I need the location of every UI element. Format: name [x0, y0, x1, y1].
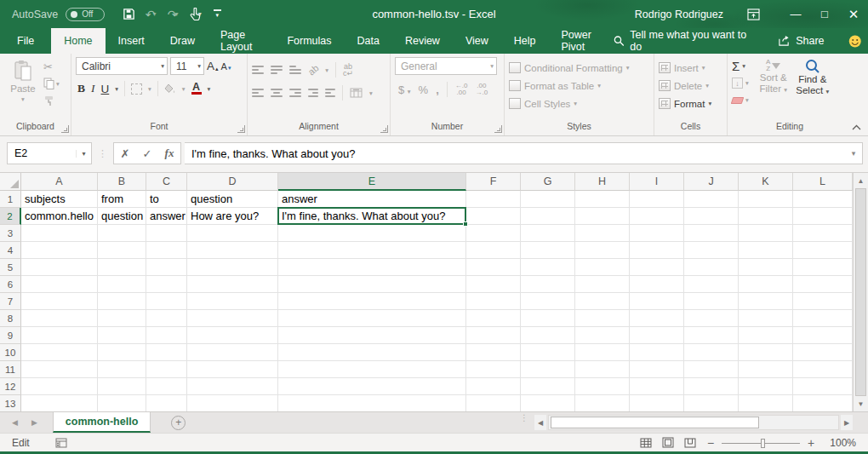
styles-format-as-table-button[interactable]: Format as Table▾	[509, 78, 629, 93]
h-scrollbar-thumb[interactable]	[551, 417, 759, 428]
orientation-icon[interactable]: ab	[306, 62, 321, 77]
number-dialog-launcher[interactable]	[494, 125, 502, 133]
increase-decimal-icon[interactable]: ←.0.00	[455, 83, 468, 96]
cell-H8[interactable]	[575, 310, 630, 327]
cell-B9[interactable]	[98, 327, 146, 344]
cell-C6[interactable]	[146, 276, 187, 293]
cell-J12[interactable]	[684, 378, 739, 395]
feedback-smiley-icon[interactable]	[848, 34, 861, 49]
cell-A1[interactable]: subjects	[21, 191, 98, 208]
sheet-nav-right-icon[interactable]: ▶	[31, 418, 37, 427]
cell-D3[interactable]	[187, 225, 278, 242]
cell-K5[interactable]	[739, 259, 793, 276]
cell-E10[interactable]	[278, 344, 466, 361]
cell-F3[interactable]	[466, 225, 521, 242]
cell-C7[interactable]	[146, 293, 187, 310]
cell-I9[interactable]	[630, 327, 684, 344]
align-bottom-icon[interactable]	[289, 66, 301, 73]
cell-F5[interactable]	[466, 259, 521, 276]
cell-H2[interactable]	[575, 208, 630, 225]
scroll-right-icon[interactable]: ▶	[841, 415, 853, 430]
cell-F1[interactable]	[466, 191, 521, 208]
tab-view[interactable]: View	[453, 28, 501, 54]
cell-C1[interactable]: to	[146, 191, 187, 208]
cell-A5[interactable]	[21, 259, 98, 276]
wrap-text-icon[interactable]: abc↵	[343, 63, 353, 77]
copy-icon[interactable]: ▾	[43, 77, 60, 90]
tab-power-pivot[interactable]: Power Pivot	[549, 28, 614, 54]
find-select-button[interactable]: Find & Select ▾	[793, 57, 832, 121]
align-top-icon[interactable]	[252, 66, 264, 73]
cell-C12[interactable]	[146, 378, 187, 395]
zoom-out-icon[interactable]: −	[701, 436, 720, 450]
page-layout-view-icon[interactable]	[657, 434, 679, 451]
fill-icon[interactable]: ↓▾	[732, 76, 749, 90]
cell-H11[interactable]	[575, 361, 630, 378]
cells-insert-button[interactable]: Insert▾	[659, 60, 711, 75]
cell-A7[interactable]	[21, 293, 98, 310]
cell-B5[interactable]	[98, 259, 146, 276]
cell-D9[interactable]	[187, 327, 278, 344]
cell-A12[interactable]	[21, 378, 98, 395]
select-all-corner[interactable]	[0, 173, 21, 191]
undo-icon[interactable]: ↶▾	[141, 5, 160, 24]
ribbon-display-options-icon[interactable]	[739, 0, 768, 28]
underline-button[interactable]: U	[101, 83, 110, 95]
cell-D10[interactable]	[187, 344, 278, 361]
cell-B1[interactable]: from	[98, 191, 146, 208]
scroll-left-icon[interactable]: ◀	[534, 415, 546, 430]
row-header-10[interactable]: 10	[0, 344, 21, 361]
cut-icon[interactable]: ✂	[43, 60, 60, 73]
column-header-c[interactable]: C	[146, 173, 187, 191]
cell-F13[interactable]	[466, 395, 521, 411]
paste-button[interactable]: Paste ▾	[4, 57, 42, 121]
number-format-select[interactable]: General▾	[395, 57, 497, 75]
cell-F11[interactable]	[466, 361, 521, 378]
cell-A3[interactable]	[21, 225, 98, 242]
cell-A4[interactable]	[21, 242, 98, 259]
align-right-icon[interactable]	[289, 89, 301, 96]
cell-I8[interactable]	[630, 310, 684, 327]
cell-K13[interactable]	[739, 395, 793, 411]
cell-B3[interactable]	[98, 225, 146, 242]
cell-H5[interactable]	[575, 259, 630, 276]
alignment-dialog-launcher[interactable]	[380, 125, 388, 133]
cell-L2[interactable]	[793, 208, 853, 225]
cell-H1[interactable]	[575, 191, 630, 208]
format-painter-icon[interactable]	[43, 94, 60, 107]
cell-I7[interactable]	[630, 293, 684, 310]
zoom-slider[interactable]	[722, 434, 800, 451]
row-header-11[interactable]: 11	[0, 361, 21, 378]
cell-E8[interactable]	[278, 310, 466, 327]
tab-file[interactable]: File	[0, 28, 51, 54]
cell-L9[interactable]	[793, 327, 853, 344]
cell-G10[interactable]	[521, 344, 575, 361]
cell-A8[interactable]	[21, 310, 98, 327]
cell-B7[interactable]	[98, 293, 146, 310]
cell-L3[interactable]	[793, 225, 853, 242]
cell-E7[interactable]	[278, 293, 466, 310]
cell-E6[interactable]	[278, 276, 466, 293]
styles-cell-styles-button[interactable]: Cell Styles▾	[509, 96, 629, 111]
currency-icon[interactable]: $ ▾	[398, 83, 411, 96]
cell-C9[interactable]	[146, 327, 187, 344]
cell-G1[interactable]	[521, 191, 575, 208]
cancel-icon[interactable]: ✗	[114, 147, 136, 160]
comma-icon[interactable]: ,	[436, 83, 439, 96]
cell-K3[interactable]	[739, 225, 793, 242]
column-header-e[interactable]: E	[278, 173, 466, 191]
percent-icon[interactable]: %	[419, 83, 429, 96]
cell-B12[interactable]	[98, 378, 146, 395]
row-header-13[interactable]: 13	[0, 395, 21, 411]
qat-customize-icon[interactable]: ▾	[208, 5, 226, 24]
cell-D1[interactable]: question	[187, 191, 278, 208]
zoom-slider-thumb[interactable]	[761, 439, 765, 448]
cell-E12[interactable]	[278, 378, 466, 395]
styles-conditional-formatting-button[interactable]: Conditional Formatting▾	[509, 60, 629, 75]
cell-D2[interactable]: How are you?	[187, 208, 278, 225]
cell-G7[interactable]	[521, 293, 575, 310]
cell-I3[interactable]	[630, 225, 684, 242]
cell-B6[interactable]	[98, 276, 146, 293]
row-header-1[interactable]: 1	[0, 191, 21, 208]
font-size-select[interactable]: 11▾	[170, 57, 204, 75]
